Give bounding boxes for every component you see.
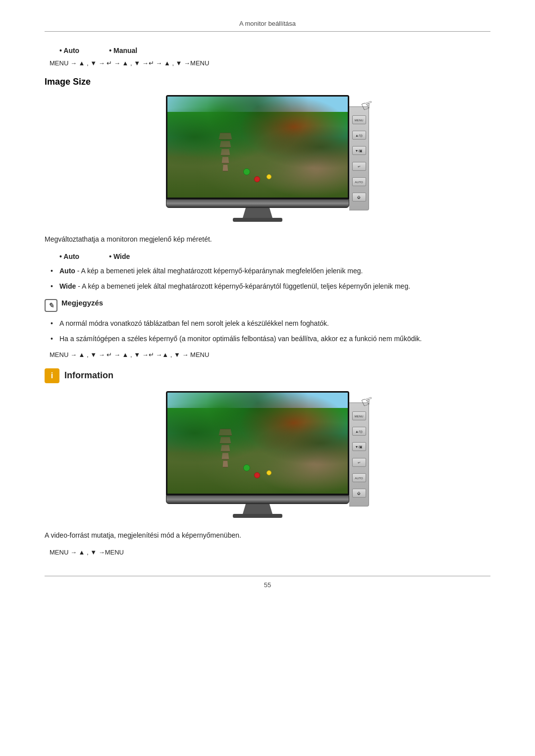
bullet-row-auto-wide: Auto Wide [59, 252, 490, 260]
menu-nav-3: MENU → ▲ , ▼ →MENU [50, 549, 490, 556]
monitor-base-1 [166, 199, 349, 208]
note-icon-symbol: ✎ [48, 302, 54, 309]
monitor-stand-base-2 [233, 514, 282, 518]
btn-auto-2: AUTO [352, 473, 366, 482]
btn-down-1: ▼/▣ [352, 146, 366, 155]
info-icon-symbol: i [51, 371, 53, 380]
note-icon: ✎ [45, 299, 57, 312]
list-item-auto-bold: Auto [59, 267, 75, 275]
btn-power-1: ⏻ [352, 193, 366, 202]
garden-bg-1 [167, 97, 348, 198]
information-section: i Information [45, 368, 490, 556]
monitor-stand-2 [243, 504, 272, 514]
info-title: Information [64, 370, 113, 381]
btn-up-2: ▲/◎ [352, 427, 366, 436]
image-size-title: Image Size [45, 77, 490, 87]
image-size-desc: Megváltoztathatja a monitoron megjelenő … [45, 234, 490, 245]
foliage-overlay-1 [167, 97, 348, 198]
menu-nav-2: MENU → ▲ , ▼ → ↵ → ▲ , ▼ →↵ →▲ , ▼ → MEN… [50, 351, 490, 358]
list-item-auto-text: - A kép a bemeneti jelek által meghatáro… [75, 267, 363, 275]
monitor-stand-base-1 [233, 218, 282, 222]
btn-down-2: ▼/▣ [352, 442, 366, 451]
bullet-wide: Wide [109, 252, 130, 260]
image-size-section: Image Size [45, 77, 490, 358]
note-list: A normál módra vonatkozó táblázatban fel… [54, 318, 490, 344]
note-item-2: Ha a számítógépen a széles képernyő (a m… [54, 333, 490, 344]
info-section-title: i Information [45, 368, 490, 383]
monitor-wrap-2: ☞ MENU ▲/◎ ▼/▣ ↵ AUTO ⏻ [166, 391, 369, 518]
btn-menu-2: MENU [352, 411, 366, 420]
btn-enter-2: ↵ [352, 458, 366, 467]
list-item-wide-text: - A kép a bemeneti jelek által meghatáro… [76, 282, 410, 290]
note-item-1: A normál módra vonatkozó táblázatban fel… [54, 318, 490, 329]
monitor-base-2 [166, 495, 349, 504]
btn-power-2: ⏻ [352, 489, 366, 498]
monitor-stand-1 [243, 208, 272, 218]
image-size-detail-list: Auto - A kép a bemeneti jelek által megh… [54, 265, 490, 292]
garden-bg-2 [167, 393, 348, 494]
side-panel-1: ☞ MENU ▲/◎ ▼/▣ ↵ AUTO ⏻ [349, 106, 369, 210]
page-number: 55 [264, 581, 271, 589]
bullet-manual: Manual [109, 47, 137, 54]
monitor-wrap-1: ☞ MENU ▲/◎ ▼/▣ ↵ AUTO ⏻ [166, 95, 369, 222]
note-title: Megjegyzés [61, 299, 103, 307]
page-footer: 55 [45, 576, 490, 589]
btn-auto-1: AUTO [352, 177, 366, 186]
bullet-auto: Auto [59, 47, 79, 54]
menu-nav-1: MENU → ▲ , ▼ → ↵ → ▲ , ▼ →↵ → ▲ , ▼ →MEN… [50, 59, 490, 67]
list-item-wide-bold: Wide [59, 282, 76, 290]
btn-menu-1: MENU [352, 115, 366, 124]
information-desc: A video-forrást mutatja, megjelenítési m… [45, 530, 490, 541]
page-header: A monitor beállítása [45, 20, 490, 32]
bullet-auto-2: Auto [59, 252, 79, 260]
hand-icon-2: ☞ [359, 392, 376, 411]
monitor-screen-2 [166, 391, 349, 495]
btn-enter-1: ↵ [352, 162, 366, 171]
list-item-wide: Wide - A kép a bemeneti jelek által megh… [54, 281, 490, 292]
note-box: ✎ Megjegyzés [45, 299, 490, 312]
monitor-screen-1 [166, 95, 349, 199]
side-panel-2: ☞ MENU ▲/◎ ▼/▣ ↵ AUTO ⏻ [349, 403, 369, 506]
hand-icon-1: ☞ [359, 96, 376, 115]
monitor-image-1: ☞ MENU ▲/◎ ▼/▣ ↵ AUTO ⏻ [45, 95, 490, 222]
monitor-image-2: ☞ MENU ▲/◎ ▼/▣ ↵ AUTO ⏻ [45, 391, 490, 518]
foliage-overlay-2 [167, 393, 348, 494]
header-title: A monitor beállítása [239, 20, 296, 27]
info-icon: i [45, 368, 59, 383]
btn-up-1: ▲/◎ [352, 131, 366, 140]
list-item-auto: Auto - A kép a bemeneti jelek által megh… [54, 265, 490, 276]
bullet-row-auto-manual: Auto Manual [59, 47, 490, 54]
